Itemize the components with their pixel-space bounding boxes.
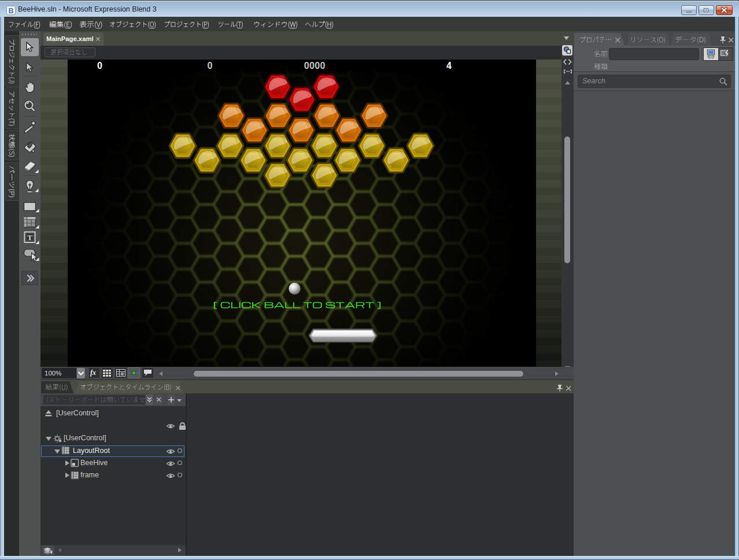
svg-text:T: T xyxy=(27,233,32,242)
svg-text:0: 0 xyxy=(207,61,212,71)
svg-text:B: B xyxy=(8,7,13,15)
svg-text:4: 4 xyxy=(446,61,452,71)
svg-text:0000: 0000 xyxy=(304,61,326,71)
svg-text:0: 0 xyxy=(97,61,102,71)
